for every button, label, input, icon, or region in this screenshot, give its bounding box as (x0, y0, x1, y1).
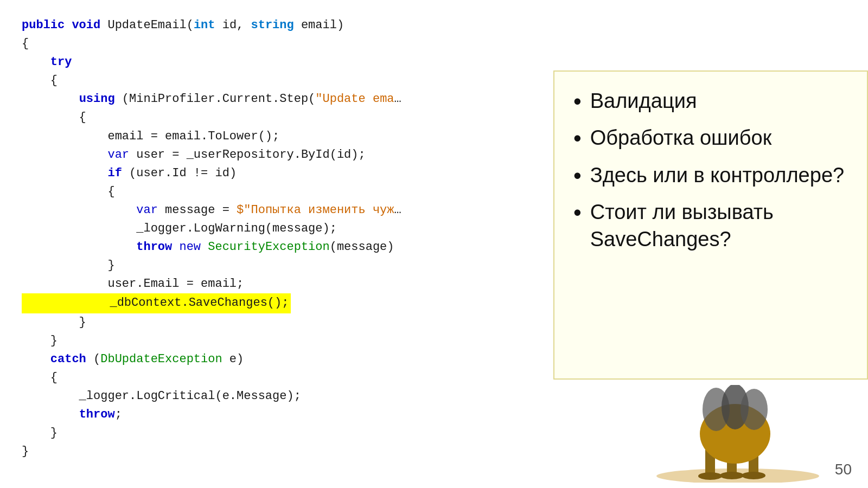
slide: public void UpdateEmail(int id, string e… (0, 0, 868, 488)
callout-box: ВалидацияОбработка ошибокЗдесь или в кон… (553, 70, 868, 380)
callout-list: ВалидацияОбработка ошибокЗдесь или в кон… (573, 88, 848, 253)
callout-item: Стоит ли вызывать SaveChanges? (573, 199, 848, 253)
svg-point-10 (741, 389, 768, 430)
callout-item: Здесь или в контроллере? (573, 162, 848, 189)
callout-item: Валидация (573, 88, 848, 115)
svg-point-4 (698, 472, 722, 480)
page-number: 50 (835, 461, 852, 478)
svg-point-6 (742, 472, 765, 479)
callout-item: Обработка ошибок (573, 125, 848, 152)
svg-point-5 (720, 472, 744, 479)
ostrich-illustration (651, 385, 825, 483)
